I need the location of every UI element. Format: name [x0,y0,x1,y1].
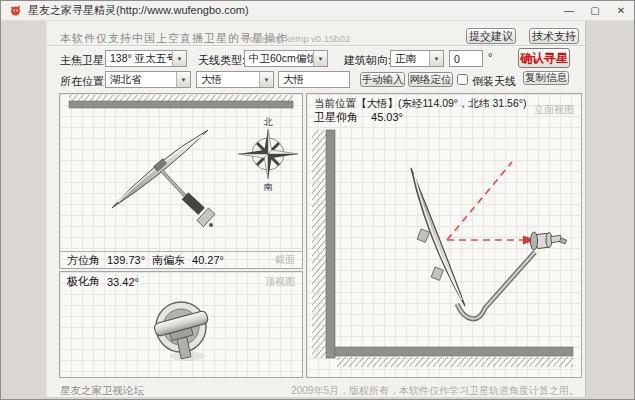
elevation-label: 卫星仰角 [314,111,358,123]
polarization-value: 33.42° [107,276,139,288]
copy-info-button[interactable]: 复制信息 [523,71,569,85]
header-divider [47,45,585,47]
titlebar: 星友之家寻星精灵(http://www.wufengbo.com) — ▢ ✕ [1,1,634,21]
azimuth-caption: 方位角 139.73° 南偏东 40.27° 截面 [60,251,302,268]
wall-bar [326,130,335,358]
dropdown-arrow-icon[interactable]: ▼ [176,72,190,87]
building-bearing-select-value: 正南 [391,52,429,66]
close-button[interactable]: ✕ [608,1,634,20]
elevation-caption: 卫星仰角 45.03° [314,110,403,125]
polarization-panel: 极化角 33.42° 顶视图 [59,271,303,378]
manual-input-button[interactable]: 手动输入 [360,72,405,87]
wall-bar [69,101,293,108]
polarization-caption: 极化角 33.42° 顶视图 [60,273,302,290]
elevation-view-tag: 立面视图 [534,103,574,117]
dropdown-arrow-icon[interactable]: ▼ [313,51,327,66]
place-name-input[interactable] [278,71,350,88]
antenna-type-select[interactable]: 中卫60cm偏馈 ▼ [244,50,328,67]
satellite-select[interactable]: 138° 亚太五号 ▼ [105,50,187,67]
azimuth-value: 139.73° [107,254,145,266]
current-location-line: 当前位置【大悟】(东经114.09°，北纬 31.56°) [314,97,526,111]
dropdown-arrow-icon[interactable]: ▼ [429,51,443,66]
antenna-type-label: 天线类型: [198,53,245,68]
confirm-find-satellite-button[interactable]: 确认寻星 [518,48,570,68]
copyright-text: 2009年5月，版权所有，本软件仅作学习卫星轨道角度计算之用。 [291,384,579,398]
dish-side-view [411,168,465,306]
dropdown-arrow-icon[interactable]: ▼ [259,72,273,87]
compass-north-label: 北 [264,117,273,127]
lnb-arm [457,252,535,319]
polarization-view-tag: 顶视图 [265,275,295,289]
satellite-select-value: 138° 亚太五号 [106,52,172,66]
lnb-skew-drawing [60,290,302,377]
floor-bar [335,347,573,356]
province-select-value: 湖北省 [106,73,176,87]
lnb-front-view [153,302,209,361]
building-bearing-select[interactable]: 正南 ▼ [390,50,444,67]
wall-hatching [312,130,326,358]
county-select-value: 大悟 [197,73,259,87]
azimuth-view-drawing: 北 南 [60,94,302,251]
invert-antenna-label: 倒装天线 [472,74,516,89]
location-label: 所在位置: [60,74,107,89]
elevation-panel: 当前位置【大悟】(东经114.09°，北纬 31.56°) 卫星仰角 45.03… [306,93,582,378]
content-area: 本软件仅支持中国上空直播卫星的寻星操作 Power by kemp v0.15b… [46,21,586,397]
invert-antenna-checkbox[interactable] [457,74,468,85]
lnb-head [530,232,566,250]
county-select[interactable]: 大悟 ▼ [196,71,274,88]
antenna-type-select-value: 中卫60cm偏馈 [245,52,313,66]
building-bearing-label: 建筑朝向: [344,53,391,68]
forum-link[interactable]: 星友之家卫视论坛 [60,384,144,398]
azimuth-offset-value: 40.27° [192,254,224,266]
elevation-value: 45.03° [371,111,403,123]
submit-suggestion-button[interactable]: 提交建议 [466,28,516,44]
azimuth-offset-label: 南偏东 [152,253,185,268]
dropdown-arrow-icon[interactable]: ▼ [172,51,186,66]
app-icon [9,4,22,17]
floor-hatching [337,357,573,367]
province-select[interactable]: 湖北省 ▼ [105,71,191,88]
tech-support-button[interactable]: 技术支持 [529,28,579,44]
elevation-view-drawing [307,94,581,377]
azimuth-panel: 北 南 方位角 139.73° 南偏东 [59,93,303,269]
compass-south-label: 南 [264,182,273,192]
polarization-label: 极化角 [67,274,100,289]
dish-top-view [112,130,208,208]
power-by-text: Power by kemp v0.15b02 [243,33,350,44]
network-locate-button[interactable]: 网络定位 [408,72,453,87]
app-window: 星友之家寻星精灵(http://www.wufengbo.com) — ▢ ✕ … [0,0,635,400]
minimize-button[interactable]: — [556,1,582,20]
compass-rose-icon: 北 南 [238,117,298,192]
signal-direction-lines [447,162,536,245]
window-title: 星友之家寻星精灵(http://www.wufengbo.com) [28,3,556,18]
bearing-offset-input[interactable] [449,50,483,67]
azimuth-label: 方位角 [67,253,100,268]
azimuth-view-tag: 截面 [275,253,295,267]
degree-unit-label: ° [488,51,492,63]
satellite-label: 主焦卫星: [60,53,107,68]
maximize-button[interactable]: ▢ [582,1,608,20]
feed-arm-and-mount [161,170,215,227]
